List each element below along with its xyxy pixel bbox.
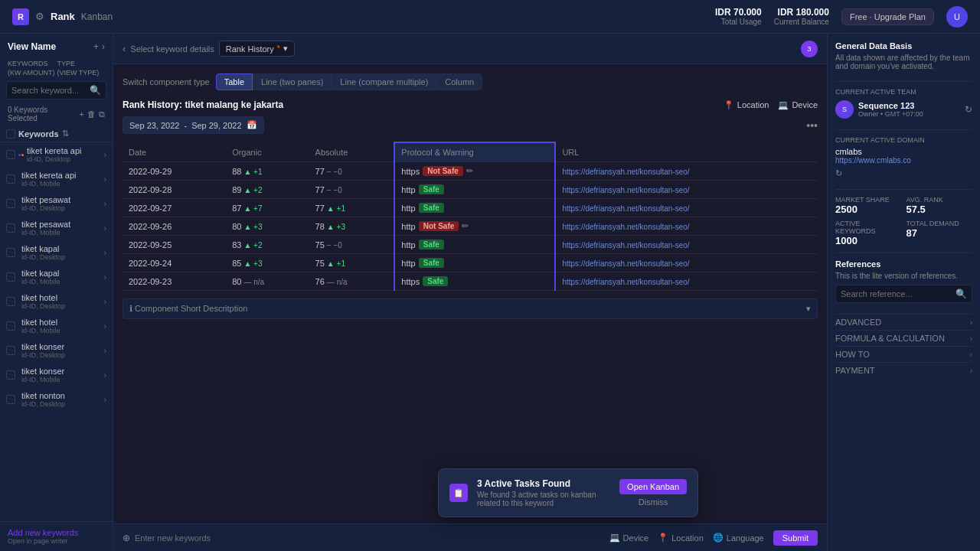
- kw-checkbox[interactable]: [6, 297, 15, 306]
- kw-expand-icon[interactable]: ›: [104, 396, 106, 404]
- upgrade-plan-button[interactable]: Free · Upgrade Plan: [841, 8, 934, 25]
- select-keyword-label: Select keyword details: [130, 44, 214, 54]
- list-item[interactable]: tiket konser id-ID, Mobile ›: [0, 363, 113, 387]
- content-topbar-left: ‹ Select keyword details Rank History * …: [122, 41, 295, 57]
- kanban-popup: 📋 3 Active Tasks Found We found 3 active…: [438, 468, 698, 517]
- kw-checkbox[interactable]: [6, 223, 15, 233]
- delete-keyword-icon[interactable]: 🗑: [87, 109, 96, 119]
- current-team-label: CURRENT ACTIVE TEAM: [835, 88, 972, 96]
- kw-name: tiket pesawat: [21, 220, 101, 229]
- team-row: S Sequence 123 Owner • GMT +07:00 ↻: [835, 100, 972, 119]
- select-all-checkbox[interactable]: [6, 129, 15, 139]
- location-button[interactable]: 📍 Location: [724, 100, 769, 110]
- kw-text: tiket hotel id-ID, Desktop: [18, 293, 101, 310]
- rank-history-dropdown[interactable]: Rank History * ▾: [219, 41, 295, 57]
- how-to-section[interactable]: HOW TO ›: [835, 346, 972, 362]
- kw-sub: id-ID, Mobile: [21, 376, 101, 383]
- kw-checkbox[interactable]: [6, 199, 15, 208]
- references-title: References: [835, 259, 972, 269]
- dropdown-arrow-icon: ▾: [283, 44, 288, 54]
- rank-history-title: Rank History: tiket malang ke jakarta: [122, 99, 283, 110]
- notification-icon[interactable]: 3: [801, 41, 818, 57]
- tab-table[interactable]: Table: [216, 73, 253, 90]
- cell-url: https://defriansyah.net/konsultan-seo/: [555, 181, 818, 199]
- new-keyword-input[interactable]: [135, 533, 600, 543]
- search-reference-input[interactable]: [841, 289, 952, 298]
- list-item[interactable]: tiket hotel id-ID, Mobile ›: [0, 314, 113, 338]
- kw-sub: id-ID, Desktop: [21, 204, 101, 212]
- search-input[interactable]: [11, 86, 87, 95]
- refresh-domain-icon[interactable]: ↻: [835, 168, 842, 178]
- expand-views-button[interactable]: ›: [102, 41, 105, 52]
- cell-absolute: 77 − −0: [309, 162, 395, 181]
- list-item[interactable]: tiket hotel id-ID, Desktop ›: [0, 289, 113, 314]
- settings-icon[interactable]: ⚙: [35, 11, 44, 22]
- list-item[interactable]: tiket pesawat id-ID, Mobile ›: [0, 216, 113, 240]
- topbar-left: R ⚙ Rank Kanban: [12, 8, 113, 25]
- dismiss-kanban-button[interactable]: Dismiss: [619, 497, 687, 507]
- kw-checkbox[interactable]: [6, 174, 15, 184]
- component-desc-collapse[interactable]: ▾: [806, 304, 811, 314]
- copy-keyword-icon[interactable]: ⧉: [99, 109, 105, 119]
- kw-expand-icon[interactable]: ›: [104, 371, 106, 380]
- references-search[interactable]: 🔍: [835, 285, 972, 303]
- rank-title-prefix: Rank History:: [122, 99, 182, 110]
- list-item[interactable]: tiket nonton id-ID, Desktop ›: [0, 387, 113, 412]
- add-new-sub: Open in page writer: [8, 537, 105, 545]
- date-range-bar: Sep 23, 2022 - Sep 29, 2022 📅 •••: [122, 116, 818, 134]
- kw-expand-icon[interactable]: ›: [104, 151, 106, 159]
- kw-dot-orange: [21, 154, 24, 156]
- list-item[interactable]: tiket pesawat id-ID, Desktop ›: [0, 191, 113, 216]
- cell-organic: 80 ▲ +3: [226, 217, 309, 236]
- kw-expand-icon[interactable]: ›: [104, 273, 106, 282]
- kw-text: tiket pesawat id-ID, Mobile: [18, 220, 101, 236]
- kw-expand-icon[interactable]: ›: [104, 298, 106, 306]
- list-item[interactable]: tiket kapal id-ID, Mobile ›: [0, 265, 113, 289]
- formula-section[interactable]: FORMULA & CALCULATION ›: [835, 330, 972, 346]
- list-item[interactable]: tiket kereta api id-ID, Mobile ›: [0, 167, 113, 191]
- keyword-search[interactable]: 🔍: [6, 81, 106, 99]
- date-range-picker[interactable]: Sep 23, 2022 - Sep 29, 2022 📅: [122, 116, 264, 134]
- sidebar-bottom: Add new keywords Open in page writer: [0, 521, 113, 551]
- tab-line-two-panes[interactable]: Line (two panes): [253, 73, 332, 90]
- kw-expand-icon[interactable]: ›: [104, 200, 106, 208]
- kw-checkbox[interactable]: [6, 272, 15, 282]
- cell-date: 2022-09-29: [122, 162, 226, 181]
- back-button[interactable]: ‹: [122, 43, 126, 54]
- kw-expand-icon[interactable]: ›: [104, 249, 106, 257]
- add-keyword-icon[interactable]: +: [80, 109, 84, 119]
- sort-icon[interactable]: ⇅: [62, 129, 69, 139]
- device-button[interactable]: 💻 Device: [778, 100, 818, 110]
- kw-checkbox[interactable]: [6, 248, 15, 257]
- kw-expand-icon[interactable]: ›: [104, 224, 106, 233]
- cell-organic: 85 ▲ +3: [226, 254, 309, 272]
- open-kanban-button[interactable]: Open Kanban: [619, 479, 687, 494]
- refresh-team-icon[interactable]: ↻: [965, 104, 972, 115]
- switch-component-label: Switch component type: [122, 77, 210, 86]
- add-new-keywords-button[interactable]: Add new keywords: [8, 528, 105, 537]
- submit-button[interactable]: Submit: [773, 530, 818, 546]
- add-view-button[interactable]: +: [93, 41, 99, 52]
- more-options-button[interactable]: •••: [806, 119, 818, 132]
- kw-checkbox[interactable]: [6, 370, 15, 380]
- list-item[interactable]: tiket kapal id-ID, Desktop ›: [0, 240, 113, 265]
- kw-sub: id-ID, Mobile: [21, 229, 101, 236]
- kw-checkbox[interactable]: [6, 346, 15, 355]
- kw-checkbox[interactable]: [6, 395, 15, 404]
- tab-line-compare[interactable]: Line (compare multiple): [332, 73, 436, 90]
- kw-checkbox[interactable]: [6, 321, 15, 331]
- payment-section[interactable]: PAYMENT ›: [835, 362, 972, 378]
- footer-location-button[interactable]: 📍 Location: [658, 533, 704, 543]
- list-item[interactable]: tiket konser id-ID, Desktop ›: [0, 338, 113, 363]
- kw-expand-icon[interactable]: ›: [104, 322, 106, 331]
- kw-expand-icon[interactable]: ›: [104, 175, 106, 184]
- tab-column[interactable]: Column: [436, 73, 482, 90]
- advanced-section[interactable]: ADVANCED ›: [835, 314, 972, 330]
- footer-language-button[interactable]: 🌐 Language: [713, 533, 764, 543]
- selected-count-label: 0 Keywords Selected: [8, 106, 75, 122]
- kw-expand-icon[interactable]: ›: [104, 347, 106, 355]
- kw-checkbox[interactable]: [6, 150, 15, 159]
- avatar[interactable]: U: [946, 6, 968, 28]
- footer-device-button[interactable]: 💻 Device: [609, 533, 649, 543]
- list-item[interactable]: tiket kereta api id-ID, Desktop ›: [0, 142, 113, 167]
